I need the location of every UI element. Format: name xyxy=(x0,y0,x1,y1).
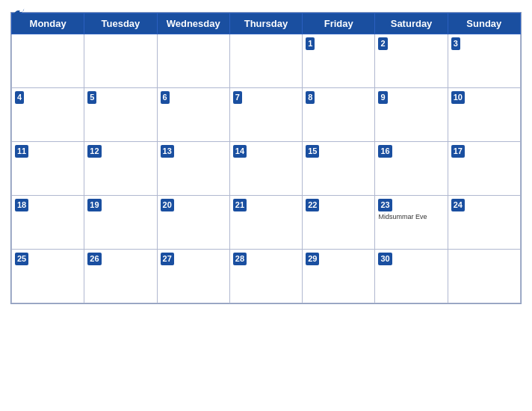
date-number: 14 xyxy=(233,145,247,158)
date-number: 3 xyxy=(451,37,460,50)
date-number: 24 xyxy=(451,199,465,211)
calendar-cell: 23Midsummar Eve xyxy=(375,196,448,250)
day-header-thursday: Thursday xyxy=(229,13,302,34)
calendar-cell: 18 xyxy=(12,196,84,250)
day-header-wednesday: Wednesday xyxy=(157,13,229,34)
date-number: 2 xyxy=(378,37,387,50)
calendar-cell: 4 xyxy=(12,88,84,142)
date-number: 7 xyxy=(233,91,242,104)
week-row-3: 11121314151617 xyxy=(12,142,521,196)
day-header-sunday: Sunday xyxy=(448,13,520,34)
calendar-cell: 20 xyxy=(157,196,229,250)
date-number: 10 xyxy=(451,91,465,104)
calendar-cell: 3 xyxy=(448,34,520,88)
date-number: 9 xyxy=(378,91,387,104)
date-number: 22 xyxy=(306,199,319,211)
week-row-1: 123 xyxy=(12,34,521,88)
date-number: 6 xyxy=(161,91,170,104)
date-number: 17 xyxy=(451,145,465,158)
calendar-cell: 27 xyxy=(157,250,229,303)
date-number: 8 xyxy=(306,91,315,104)
calendar-page: MondayTuesdayWednesdayThursdayFridaySatu… xyxy=(0,0,532,411)
day-header-tuesday: Tuesday xyxy=(84,13,157,34)
calendar-cell xyxy=(84,34,157,88)
date-number: 1 xyxy=(306,37,315,50)
date-number: 11 xyxy=(15,145,28,158)
calendar-cell: 10 xyxy=(448,88,520,142)
calendar-cell: 29 xyxy=(303,250,375,303)
calendar-cell: 9 xyxy=(375,88,448,142)
date-number: 23 xyxy=(378,199,392,211)
calendar-table: MondayTuesdayWednesdayThursdayFridaySatu… xyxy=(11,13,521,303)
event-label: Midsummar Eve xyxy=(378,213,444,222)
calendar-cell: 21 xyxy=(229,196,302,250)
date-number: 12 xyxy=(87,145,101,158)
date-number: 4 xyxy=(15,91,24,104)
calendar-cell: 13 xyxy=(157,142,229,196)
calendar-cell: 11 xyxy=(12,142,84,196)
date-number: 19 xyxy=(87,199,101,211)
date-number: 27 xyxy=(161,253,174,265)
day-header-saturday: Saturday xyxy=(375,13,448,34)
calendar-cell: 17 xyxy=(448,142,520,196)
logo xyxy=(10,7,25,18)
date-number: 29 xyxy=(306,253,319,265)
calendar-cell: 2 xyxy=(375,34,448,88)
calendar-cell: 16 xyxy=(375,142,448,196)
calendar-cell: 22 xyxy=(303,196,375,250)
date-number: 28 xyxy=(233,253,247,265)
calendar-cell: 15 xyxy=(303,142,375,196)
calendar-cell: 19 xyxy=(84,196,157,250)
date-number: 25 xyxy=(15,253,28,265)
calendar-cell: 28 xyxy=(229,250,302,303)
calendar-cell: 14 xyxy=(229,142,302,196)
calendar-cell xyxy=(448,250,520,303)
calendar-cell: 26 xyxy=(84,250,157,303)
calendar-cell: 25 xyxy=(12,250,84,303)
logo-bird-icon xyxy=(12,7,25,18)
date-number: 16 xyxy=(378,145,392,158)
day-headers-row: MondayTuesdayWednesdayThursdayFridaySatu… xyxy=(12,13,521,34)
day-header-friday: Friday xyxy=(303,13,375,34)
date-number: 5 xyxy=(87,91,96,104)
week-row-2: 45678910 xyxy=(12,88,521,142)
date-number: 18 xyxy=(15,199,28,211)
logo-blue-text xyxy=(10,7,25,18)
calendar-cell xyxy=(229,34,302,88)
calendar-cell xyxy=(12,34,84,88)
calendar-cell: 6 xyxy=(157,88,229,142)
calendar-cell: 1 xyxy=(303,34,375,88)
date-number: 26 xyxy=(87,253,101,265)
calendar-cell: 7 xyxy=(229,88,302,142)
calendar-cell xyxy=(157,34,229,88)
calendar-cell: 8 xyxy=(303,88,375,142)
calendar-cell: 5 xyxy=(84,88,157,142)
date-number: 13 xyxy=(161,145,174,158)
calendar-cell: 30 xyxy=(375,250,448,303)
date-number: 30 xyxy=(378,253,392,265)
calendar-cell: 12 xyxy=(84,142,157,196)
date-number: 21 xyxy=(233,199,247,211)
week-row-5: 252627282930 xyxy=(12,250,521,303)
calendar-cell: 24 xyxy=(448,196,520,250)
calendar-wrapper: MondayTuesdayWednesdayThursdayFridaySatu… xyxy=(10,12,522,304)
date-number: 20 xyxy=(161,199,174,211)
date-number: 15 xyxy=(306,145,319,158)
week-row-4: 181920212223Midsummar Eve24 xyxy=(12,196,521,250)
